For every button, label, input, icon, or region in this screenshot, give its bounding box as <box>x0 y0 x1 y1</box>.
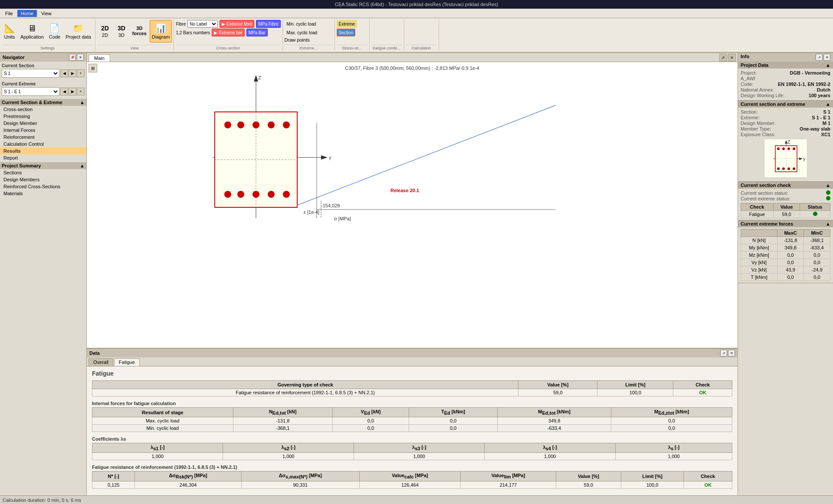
view-3dforces-button[interactable]: 3Dforces <box>130 20 149 43</box>
my-label-cell: My [kNm] <box>741 244 777 252</box>
nav-design-member[interactable]: Design Member <box>0 120 86 127</box>
col-dsmax: Δσs,max(N*) [MPa] <box>241 471 359 481</box>
current-section-extreme-info: Current section and extreme ▲ Section: S… <box>738 101 833 182</box>
nav-report[interactable]: Report <box>0 154 86 161</box>
3dforces-icon: 3Dforces <box>132 26 147 36</box>
tab-float-button[interactable]: ⇗ <box>719 54 727 62</box>
nav-crosssection[interactable]: Cross-section <box>0 106 86 113</box>
extreme-next-button[interactable]: ▶ <box>69 88 76 95</box>
data-tabs: Overall Fatigue <box>87 357 738 367</box>
svg-point-13 <box>283 121 290 128</box>
section-next-button[interactable]: ▶ <box>69 69 76 77</box>
extreme-fibre-button[interactable]: ▶ Extreme fibre <box>220 20 254 28</box>
svg-text:ε [1e-4]: ε [1e-4] <box>304 209 319 215</box>
val-lim-cell: 214,177 <box>461 481 556 488</box>
svg-point-18 <box>283 191 290 198</box>
fibre-select[interactable]: No Label <box>187 20 218 28</box>
data-panel-float-button[interactable]: ⇗ <box>720 350 727 357</box>
data-tab-fatigue[interactable]: Fatigue <box>114 358 140 366</box>
nav-reinforced-crosssections[interactable]: Reinforced Cross-Sections <box>0 183 86 190</box>
info-panel-float-button[interactable]: ⇗ <box>816 54 823 61</box>
section-stressstr-button[interactable]: Section <box>337 29 355 36</box>
vy-min-val: 0,0 <box>804 259 830 266</box>
ribbon: 📐 Units 🖥 Application 📄 Code 📁 Project d… <box>0 18 833 53</box>
current-extreme-forces-header[interactable]: Current extreme forces ▲ <box>738 220 833 227</box>
svg-point-11 <box>253 121 259 128</box>
navigator-pin-button[interactable]: 📌 <box>69 54 76 61</box>
extreme-prev-button[interactable]: ◀ <box>60 88 68 95</box>
nav-prestressing[interactable]: Prestressing <box>0 113 86 120</box>
extreme-stressstr-button[interactable]: Extreme <box>337 20 357 28</box>
diagram-button[interactable]: 📊 Diagram <box>150 20 172 43</box>
tab-close-button[interactable]: ✕ <box>728 54 736 62</box>
table-row: Fatigue 59,0 <box>741 211 830 218</box>
current-section-select[interactable]: S 1 <box>2 69 59 78</box>
current-section-extreme-info-header[interactable]: Current section and extreme ▲ <box>738 101 833 108</box>
n-min-cell: -368,1 <box>233 425 332 432</box>
navigator-close-button[interactable]: ✕ <box>77 54 84 61</box>
units-button[interactable]: 📐 Units <box>2 20 17 43</box>
units-label: Units <box>4 34 15 39</box>
current-section-extreme-group[interactable]: Current Section & Extreme ▲ <box>0 99 86 106</box>
nav-materials[interactable]: Materials <box>0 190 86 197</box>
mpa-bar-button[interactable]: MPa Bar <box>246 29 268 36</box>
nav-reinforcement[interactable]: Reinforcement <box>0 134 86 141</box>
coefficients-table: λs1 [-] λs2 [-] λs3 [-] λs4 [-] λs [-] 1… <box>92 443 732 460</box>
project-data-header[interactable]: Project Data ▲ <box>738 62 833 69</box>
current-section-check-header[interactable]: Current section check ▲ <box>738 182 833 189</box>
project-data-button[interactable]: 📁 Project data <box>63 20 93 43</box>
mz-max-cell: 0,0 <box>611 417 732 425</box>
current-extreme-select[interactable]: S 1 - E 1 <box>2 87 59 96</box>
svg-point-14 <box>224 191 231 198</box>
v-min-cell: 0,0 <box>332 425 409 432</box>
svg-marker-1 <box>254 75 258 82</box>
data-panel-title: Data <box>89 350 100 356</box>
fatigue-check-cell: Fatigue <box>741 211 774 218</box>
extreme-add-button[interactable]: + <box>77 88 85 95</box>
stage-cell: Min. cyclic load <box>92 425 233 432</box>
data-panel-close-button[interactable]: ✕ <box>728 350 735 357</box>
section-add-button[interactable]: + <box>77 69 85 77</box>
application-button[interactable]: 🖥 Application <box>18 20 46 43</box>
menu-file[interactable]: File <box>2 10 16 17</box>
col-check: Check <box>673 381 732 389</box>
menu-bar: File Home View <box>0 9 833 18</box>
mpa-fibre-button[interactable]: MPa Fibre <box>256 20 280 28</box>
min-cyclic-load-button[interactable]: Min. cyclic load <box>285 20 318 28</box>
title-text: CEA Static RCS (64bit) - Testovaci prikl… <box>335 2 498 7</box>
max-cyclic-load-button[interactable]: Max. cyclic load <box>285 29 320 36</box>
nav-results[interactable]: Results <box>0 147 86 154</box>
force-col <box>741 229 777 237</box>
info-panel-close-button[interactable]: ✕ <box>823 54 830 61</box>
ls-cell: 1,000 <box>615 453 732 460</box>
nav-internal-forces[interactable]: Internal Forces <box>0 127 86 134</box>
fatiguecombi-group-label: Fatigue combi... <box>371 45 402 50</box>
svg-marker-31 <box>799 157 803 160</box>
title-bar: CEA Static RCS (64bit) - Testovaci prikl… <box>0 0 833 9</box>
nav-design-members[interactable]: Design Members <box>0 176 86 183</box>
collapse-icon-2: ▲ <box>80 163 85 168</box>
view-2d-button[interactable]: 2D 2D <box>97 20 113 43</box>
main-tab[interactable]: Main <box>89 54 110 62</box>
navigator: Navigator 📌 ✕ Current Section S 1 ◀ ▶ + <box>0 53 87 495</box>
svg-text:y: y <box>803 156 806 161</box>
col-value-pct: Value [%] <box>518 381 597 389</box>
current-section-check-label: Current section check <box>741 183 791 188</box>
svg-text:y: y <box>329 155 331 160</box>
current-section-section: Current Section S 1 ◀ ▶ + <box>0 62 86 80</box>
current-extreme-section: Current Extreme S 1 - E 1 ◀ ▶ + <box>0 80 86 98</box>
nav-calculation-control[interactable]: Calculation Control <box>0 141 86 147</box>
project-summary-label: Project Summary <box>2 163 41 168</box>
extreme-bar-button[interactable]: ▶ Extreme bar <box>212 29 244 36</box>
section-prev-button[interactable]: ◀ <box>60 69 68 77</box>
menu-view[interactable]: View <box>38 10 55 17</box>
view-3d-button[interactable]: 3D 3D <box>114 20 129 43</box>
nav-sections[interactable]: Sections <box>0 169 86 176</box>
diagram-label: Diagram <box>152 34 170 39</box>
svg-point-10 <box>237 121 244 128</box>
project-summary-group[interactable]: Project Summary ▲ <box>0 162 86 169</box>
v-max-cell: 0,0 <box>332 417 409 425</box>
data-tab-overall[interactable]: Overall <box>89 358 113 366</box>
code-button[interactable]: 📄 Code <box>47 20 62 43</box>
menu-home[interactable]: Home <box>17 10 37 17</box>
